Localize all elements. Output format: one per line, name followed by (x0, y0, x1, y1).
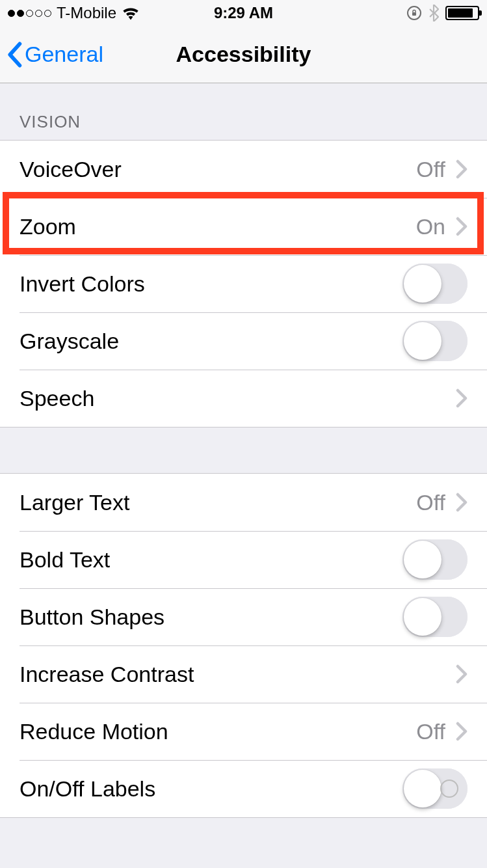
chevron-left-icon (7, 42, 22, 68)
section-header-vision: VISION (0, 83, 487, 140)
row-grayscale[interactable]: Grayscale (0, 312, 487, 370)
toggle-grayscale[interactable] (402, 321, 467, 361)
row-label: Zoom (20, 214, 416, 239)
row-button-shapes[interactable]: Button Shapes (0, 588, 487, 645)
row-value: On (416, 214, 445, 239)
row-label: Bold Text (20, 547, 402, 573)
row-value: Off (416, 719, 445, 744)
signal-strength-icon (8, 10, 51, 17)
settings-group-text: Larger Text Off Bold Text Button Shapes … (0, 473, 487, 818)
row-zoom[interactable]: Zoom On (0, 198, 487, 255)
back-button[interactable]: General (7, 42, 103, 68)
clock: 9:29 AM (214, 4, 273, 22)
chevron-right-icon (456, 159, 467, 179)
row-speech[interactable]: Speech (0, 370, 487, 427)
chevron-right-icon (456, 388, 467, 408)
row-value: Off (416, 490, 445, 515)
status-left: T-Mobile (8, 4, 140, 22)
toggle-invert-colors[interactable] (402, 264, 467, 304)
toggle-onoff-labels[interactable] (402, 768, 467, 809)
row-bold-text[interactable]: Bold Text (0, 531, 487, 588)
row-value: Off (416, 157, 445, 182)
row-larger-text[interactable]: Larger Text Off (0, 474, 487, 531)
toggle-button-shapes[interactable] (402, 597, 467, 637)
wifi-icon (122, 6, 140, 20)
row-invert-colors[interactable]: Invert Colors (0, 255, 487, 312)
row-label: Invert Colors (20, 271, 402, 297)
carrier-label: T-Mobile (57, 4, 116, 22)
status-right (406, 5, 479, 21)
rotation-lock-icon (406, 5, 422, 21)
row-voiceover[interactable]: VoiceOver Off (0, 141, 487, 198)
status-bar: T-Mobile 9:29 AM (0, 0, 487, 26)
chevron-right-icon (456, 217, 467, 236)
row-label: Larger Text (20, 490, 416, 515)
toggle-bold-text[interactable] (402, 539, 467, 580)
row-label: Grayscale (20, 329, 402, 354)
section-spacer (0, 427, 487, 473)
nav-bar: General Accessibility (0, 26, 487, 83)
row-label: VoiceOver (20, 157, 416, 182)
settings-group-vision: VoiceOver Off Zoom On Invert Colors Gray… (0, 140, 487, 427)
row-label: Button Shapes (20, 604, 402, 630)
back-label: General (25, 42, 103, 67)
row-onoff-labels[interactable]: On/Off Labels (0, 760, 487, 817)
chevron-right-icon (456, 493, 467, 512)
row-label: Reduce Motion (20, 719, 416, 744)
svg-rect-1 (412, 12, 416, 16)
battery-icon (445, 6, 479, 20)
row-label: On/Off Labels (20, 776, 402, 802)
chevron-right-icon (456, 722, 467, 741)
bluetooth-icon (428, 5, 439, 21)
row-reduce-motion[interactable]: Reduce Motion Off (0, 703, 487, 760)
row-label: Speech (20, 386, 456, 411)
row-increase-contrast[interactable]: Increase Contrast (0, 645, 487, 703)
row-label: Increase Contrast (20, 662, 456, 687)
chevron-right-icon (456, 664, 467, 684)
